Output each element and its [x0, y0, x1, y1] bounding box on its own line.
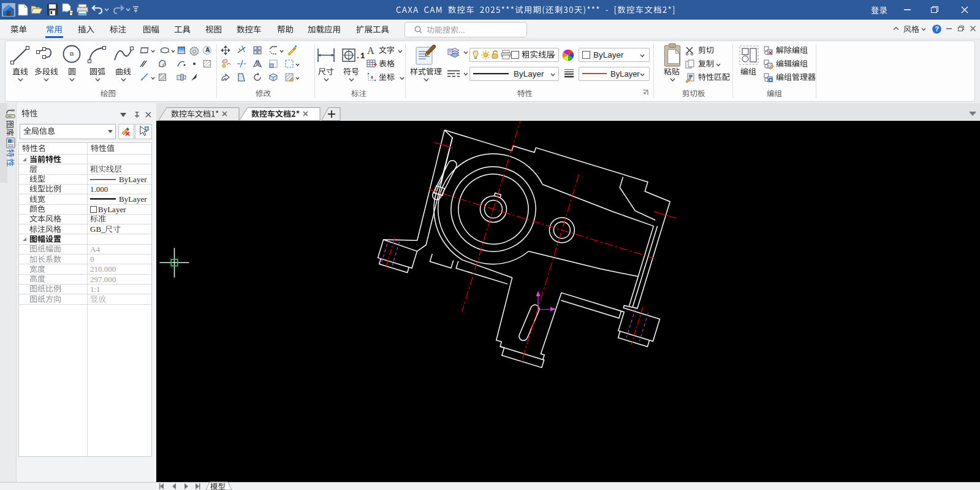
- svg-text:?: ?: [935, 25, 939, 33]
- svg-text:.1: .1: [355, 52, 365, 61]
- svg-text:A: A: [205, 47, 210, 53]
- svg-text:A: A: [367, 45, 374, 56]
